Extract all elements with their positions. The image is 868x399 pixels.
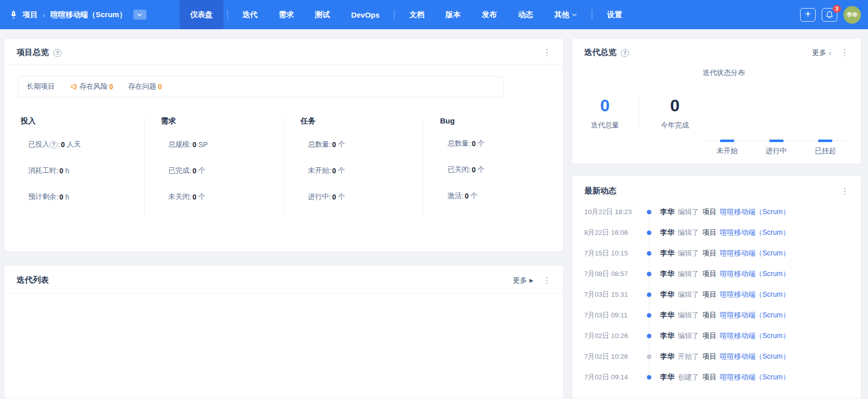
nav-divider [227, 10, 228, 20]
issue-tag[interactable]: 存在问题0 [128, 82, 162, 91]
kebab-menu-icon[interactable]: ⋮ [836, 47, 853, 58]
activity-project-link[interactable]: 喧喧移动端（Scrum） [720, 352, 790, 361]
bar-未开始[interactable] [720, 140, 734, 142]
iteration-list-more-link[interactable]: 更多▶ [513, 276, 533, 285]
iteration-done-label: 今年完成 [647, 121, 702, 130]
stat-label: 进行中 [308, 192, 329, 202]
bar-进行中[interactable] [769, 140, 783, 142]
activity-object-type: 项目 [702, 208, 717, 217]
nav-item-DevOps[interactable]: DevOps [341, 0, 390, 29]
nav-item-需求[interactable]: 需求 [268, 0, 304, 29]
activity-project-link[interactable]: 喧喧移动端（Scrum） [720, 249, 790, 258]
bar-slot-未开始 [702, 140, 752, 141]
activity-user[interactable]: 李华 [660, 373, 674, 382]
stat-colon: : [462, 192, 464, 200]
project-overview-header: 项目总览 ? ⋮ [5, 39, 563, 65]
stat-label: 总数量 [308, 140, 329, 149]
activity-user[interactable]: 李华 [660, 249, 674, 258]
activity-project-link[interactable]: 喧喧移动端（Scrum） [720, 331, 790, 341]
activity-project-link[interactable]: 喧喧移动端（Scrum） [720, 311, 790, 320]
chevron-down-icon [137, 12, 142, 18]
help-icon[interactable]: ? [621, 49, 629, 57]
iteration-done-stat: 0 今年完成 [647, 96, 702, 130]
nav-item-设置[interactable]: 设置 [596, 0, 633, 29]
stat-row: 进行中:0个 [308, 192, 419, 202]
activity-object-type: 项目 [702, 290, 717, 299]
iteration-overview-more-link[interactable]: 更多› [812, 48, 831, 57]
nav-item-label: 测试 [315, 10, 330, 20]
breadcrumb-section[interactable]: 项目 [23, 10, 38, 20]
help-icon[interactable]: ? [50, 141, 57, 149]
activity-action: 创建了 [678, 373, 699, 382]
help-icon[interactable]: ? [53, 49, 61, 57]
kebab-menu-icon[interactable]: ⋮ [538, 47, 555, 58]
activity-user[interactable]: 李华 [660, 270, 674, 279]
stat-unit: SP [198, 141, 208, 149]
nav-item-文档[interactable]: 文档 [399, 0, 435, 29]
activity-row: 7月08日 08:57李华编辑了项目喧喧移动端（Scrum） [584, 263, 851, 284]
activity-action: 编辑了 [678, 270, 699, 279]
activity-time: 7月03日 15:31 [584, 290, 643, 299]
nav-item-测试[interactable]: 测试 [304, 0, 341, 29]
stat-unit: h [65, 167, 69, 175]
activity-project-link[interactable]: 喧喧移动端（Scrum） [720, 373, 790, 382]
activity-time: 10月22日 18:23 [584, 208, 643, 217]
stat-unit: 个 [470, 191, 478, 201]
activity-timeline [643, 202, 655, 222]
activity-project-link[interactable]: 喧喧移动端（Scrum） [720, 208, 790, 217]
activity-header: 最新动态 ⋮ [572, 176, 861, 201]
bar-slot-已挂起 [801, 140, 850, 141]
create-button[interactable]: + [800, 8, 816, 22]
activity-user[interactable]: 李华 [660, 311, 674, 320]
stat-colon: : [469, 166, 471, 174]
chart-category-label: 未开始 [702, 147, 752, 156]
nav-item-label: 需求 [279, 10, 294, 20]
nav-item-动态[interactable]: 动态 [507, 0, 543, 29]
nav-item-迭代[interactable]: 迭代 [232, 0, 268, 29]
timeline-dot-icon [647, 354, 652, 359]
iteration-total-label: 迭代总量 [577, 121, 633, 130]
activity-user[interactable]: 李华 [660, 290, 674, 299]
kebab-menu-icon[interactable]: ⋮ [836, 186, 853, 196]
activity-timeline [643, 243, 655, 263]
iteration-total-value: 0 [577, 96, 633, 115]
activity-user[interactable]: 李华 [660, 352, 674, 361]
stat-colon: : [56, 193, 58, 201]
bar-已挂起[interactable] [818, 140, 832, 142]
activity-time: 7月08日 08:57 [584, 270, 643, 279]
nav-item-版本[interactable]: 版本 [435, 0, 471, 29]
nav-item-仪表盘[interactable]: 仪表盘 [180, 0, 223, 29]
activity-timeline [643, 284, 655, 305]
stat-row: 已完成:0个 [169, 166, 279, 175]
nav-item-label: 版本 [445, 10, 460, 20]
activity-user[interactable]: 李华 [660, 228, 674, 237]
iteration-overview-card: 迭代总览 ? 更多› ⋮ 0 迭代总量 0 今年完成 [572, 38, 861, 164]
avatar[interactable]: 李华 [843, 6, 861, 24]
activity-project-link[interactable]: 喧喧移动端（Scrum） [720, 228, 790, 237]
stat-label: 总数量 [448, 139, 469, 148]
nav-item-其他[interactable]: 其他 [543, 0, 588, 29]
activity-object-type: 项目 [702, 228, 717, 237]
nav-item-发布[interactable]: 发布 [471, 0, 507, 29]
activity-object-type: 项目 [702, 311, 717, 320]
iteration-overview-title: 迭代总览 [584, 47, 616, 58]
chart-plot-area [702, 81, 850, 141]
rocket-icon[interactable] [9, 10, 18, 19]
plus-icon: + [805, 9, 811, 19]
stat-value: 0 [192, 141, 196, 149]
kebab-menu-icon[interactable]: ⋮ [538, 275, 555, 286]
megaphone-icon [70, 83, 78, 91]
breadcrumb-project[interactable]: 喧喧移动端（Scrum） [50, 10, 127, 20]
project-overview-card: 项目总览 ? ⋮ 长期项目 存在风险0 存在问题0 投入已投入?:0人天消耗工时… [4, 38, 564, 252]
activity-user[interactable]: 李华 [660, 331, 674, 341]
activity-row: 7月02日 10:26李华编辑了项目喧喧移动端（Scrum） [584, 325, 851, 346]
activity-project-link[interactable]: 喧喧移动端（Scrum） [720, 290, 790, 299]
notifications-button[interactable]: 3 [822, 8, 837, 22]
stat-colon: : [190, 193, 192, 201]
project-switcher-button[interactable] [133, 10, 146, 20]
activity-action: 开始了 [678, 352, 699, 361]
activity-project-link[interactable]: 喧喧移动端（Scrum） [720, 270, 790, 279]
risk-tag[interactable]: 存在风险0 [70, 82, 113, 91]
stat-label: 已完成 [169, 166, 190, 175]
activity-user[interactable]: 李华 [660, 208, 674, 217]
